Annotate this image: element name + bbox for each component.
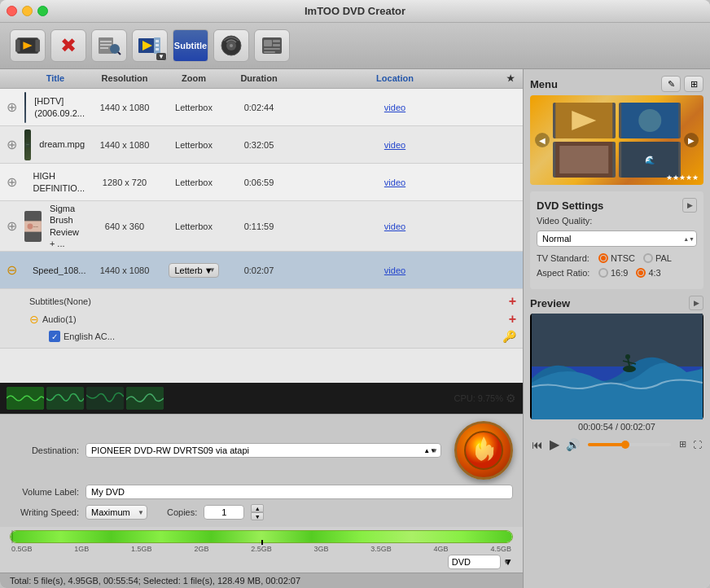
remove-button[interactable]: ✖	[50, 29, 86, 62]
dvd-settings-expand-button[interactable]: ▶	[682, 198, 697, 213]
preview-fullscreen-button[interactable]: ⛶	[691, 438, 703, 451]
ratio-16-9-circle	[598, 268, 608, 278]
edit-button[interactable]	[91, 29, 127, 62]
preview-volume-button[interactable]: 🔊	[564, 437, 581, 453]
row-1-zoom: Letterbox	[161, 103, 226, 112]
menu-thumb-1[interactable]	[553, 103, 616, 138]
audio-button[interactable]	[213, 29, 249, 62]
dvd-settings-section: DVD Settings ▶ Video Quality: Normal Low…	[530, 191, 703, 289]
menu-thumb-2[interactable]	[619, 103, 682, 138]
row-1-video-link[interactable]: video	[384, 103, 405, 112]
ntsc-radio-dot	[601, 256, 606, 261]
zoom-value: Letterb	[174, 265, 202, 275]
status-text: Total: 5 file(s), 4.95GB, 00:55:54; Sele…	[10, 576, 300, 586]
progress-mark-1	[11, 530, 13, 543]
copies-stepper[interactable]: ▲ ▼	[251, 504, 264, 520]
row-2-video-link[interactable]: video	[384, 140, 405, 150]
audio-collapse-icon[interactable]: ⊖	[29, 313, 39, 326]
row-5-video-link[interactable]: video	[384, 265, 405, 275]
disc-type-select[interactable]: DVD DVD-DL BD	[448, 555, 501, 569]
svg-rect-47	[559, 146, 608, 173]
window-controls[interactable]	[7, 6, 48, 16]
table-row-selected[interactable]: ⊖ SPEED Speed_108... 1440 x 1080 Letterb…	[0, 252, 523, 289]
add-video-button[interactable]	[10, 29, 46, 62]
menu-edit-button[interactable]: ✎	[661, 76, 681, 92]
quality-select-wrapper[interactable]: Normal Low Medium High Best	[537, 230, 697, 247]
preview-progress-fill	[588, 443, 625, 446]
subtitle-button[interactable]: Subtitle	[173, 29, 208, 62]
col-resolution[interactable]: Resolution	[88, 72, 161, 86]
pal-radio-label[interactable]: PAL	[643, 253, 672, 263]
timeline-clip-4[interactable]	[126, 387, 164, 410]
writing-speed-select[interactable]: Maximum 4x 8x	[85, 505, 147, 520]
preview-progress-thumb[interactable]	[621, 441, 629, 449]
svg-point-45	[638, 109, 661, 132]
close-button[interactable]	[7, 6, 17, 16]
menu-section-header: Menu ✎ ⊞	[530, 76, 703, 92]
table-row[interactable]: ⊕ brush Sigma Brush Review + ... 640 x 3…	[0, 201, 523, 252]
preview-play-button[interactable]: ▶	[548, 435, 561, 454]
menu-next-button[interactable]: ▶	[684, 133, 699, 147]
copies-input[interactable]	[204, 505, 244, 520]
expanded-row: Subtitles(None) + ⊖ Audio(1) + ✓	[0, 289, 523, 349]
menu-thumb-4[interactable]: 🌊	[619, 142, 682, 178]
col-duration[interactable]: Duration	[226, 72, 291, 86]
volume-label: Volume Label:	[10, 487, 79, 497]
svg-rect-14	[156, 44, 159, 46]
row-3-video-link[interactable]: video	[384, 178, 405, 187]
aspect-ratio-label: Aspect Ratio:	[537, 268, 594, 278]
copies-up-button[interactable]: ▲	[251, 504, 264, 512]
ratio-4-3: 4:3	[648, 268, 660, 278]
preview-progress-bar[interactable]	[588, 443, 671, 446]
row-2-loc: video	[291, 139, 498, 151]
destination-select[interactable]: PIONEER DVD-RW DVRTS09 via atapi	[85, 443, 441, 458]
volume-input[interactable]	[85, 485, 513, 499]
timeline-clip-1[interactable]	[7, 387, 44, 410]
col-location[interactable]: Location	[291, 72, 498, 86]
preview-snapshot-button[interactable]: ⊞	[677, 437, 688, 451]
menu-thumbnails: 🌊	[553, 103, 681, 178]
menu-grid-button[interactable]: ⊞	[684, 76, 703, 92]
add-subtitle-button[interactable]: +	[509, 294, 516, 309]
audio-checkbox[interactable]: ✓	[49, 331, 60, 342]
ntsc-radio-label[interactable]: NTSC	[598, 253, 635, 263]
menu-thumb-3[interactable]	[553, 142, 616, 178]
tv-standard-row: TV Standard: NTSC PAL	[537, 253, 697, 263]
menu-preview: ◀ 🌊	[530, 95, 703, 185]
ratio-16-9-label[interactable]: 16:9	[598, 268, 628, 278]
col-star: ★	[498, 72, 523, 86]
menu-layout-button[interactable]	[254, 29, 290, 62]
disc-type-select-wrapper[interactable]: DVD DVD-DL BD ▼	[448, 555, 513, 569]
preview-title: Preview	[530, 297, 570, 309]
col-title[interactable]: Title	[23, 72, 88, 86]
table-row[interactable]: ⊕ dream dream.mpg 1440 x 1080 Letterbox …	[0, 126, 523, 164]
ratio-4-3-label[interactable]: 4:3	[636, 268, 660, 278]
copies-down-button[interactable]: ▼	[251, 512, 264, 520]
progress-section: 0.5GB 1GB 1.5GB 2GB 2.5GB 3GB 3.5GB 4GB …	[0, 527, 523, 573]
svg-rect-2	[35, 40, 40, 52]
timeline-clip-3[interactable]	[86, 387, 124, 410]
menu-prev-button[interactable]: ◀	[535, 133, 550, 147]
col-zoom[interactable]: Zoom	[161, 72, 226, 86]
minimize-button[interactable]	[22, 6, 33, 16]
zoom-dropdown-button[interactable]: Letterb ▼	[169, 263, 218, 278]
svg-rect-15	[156, 48, 159, 50]
preview-rewind-button[interactable]: ⏮	[530, 437, 545, 453]
audio-key-icon[interactable]: 🔑	[502, 330, 516, 343]
timeline-clip-2[interactable]	[46, 387, 84, 410]
add-audio-button[interactable]: +	[509, 312, 516, 327]
preview-expand-button[interactable]: ▶	[689, 296, 703, 310]
row-2-title: dream.mpg	[36, 137, 88, 151]
table-row[interactable]: ⊕ HD DEF HIGH DEFINITIO... 1280 x 720 Le…	[0, 164, 523, 201]
maximize-button[interactable]	[37, 6, 48, 16]
cpu-settings-icon[interactable]: ⚙	[506, 392, 516, 405]
video-quality-select[interactable]: Normal Low Medium High Best	[537, 230, 697, 247]
burn-button[interactable]	[454, 421, 513, 480]
status-bar: Total: 5 file(s), 4.95GB, 00:55:54; Sele…	[0, 573, 523, 588]
svg-rect-1	[15, 40, 20, 52]
row-icon-3: ⊕	[0, 174, 23, 190]
row-4-video-link[interactable]: video	[384, 222, 405, 231]
row-5-zoom-dropdown[interactable]: Letterb ▼	[161, 263, 226, 278]
table-row[interactable]: ⊕ HD [HDTV] (2006.09.2... 1440 x 1080 Le…	[0, 89, 523, 126]
mark-4: 2.5GB	[251, 545, 272, 553]
